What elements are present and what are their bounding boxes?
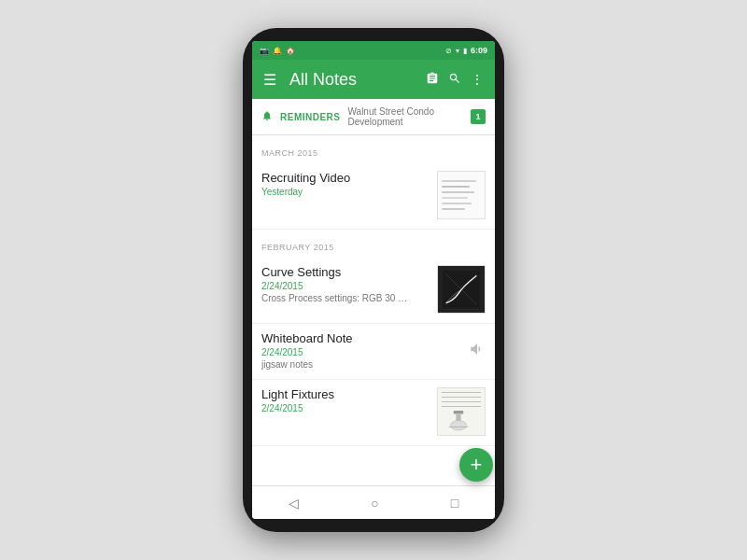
status-icon-notif: 🔔 bbox=[273, 47, 282, 55]
note-date: 2/24/2015 bbox=[261, 347, 461, 357]
section-header-march: MARCH 2015 bbox=[252, 135, 495, 163]
note-title: Curve Settings bbox=[261, 265, 430, 279]
fab-add-button[interactable]: + bbox=[459, 448, 493, 482]
reminder-label: REMINDERS bbox=[280, 112, 341, 122]
nav-bar: ◁ ○ □ bbox=[252, 485, 495, 519]
note-item-curve-settings[interactable]: Curve Settings 2/24/2015 Cross Process s… bbox=[252, 258, 495, 324]
status-icon-home: 🏠 bbox=[286, 47, 295, 55]
new-note-icon[interactable] bbox=[426, 72, 439, 88]
toolbar-title: All Notes bbox=[289, 70, 426, 90]
note-content: Recruiting Video Yesterday bbox=[261, 171, 430, 199]
search-icon[interactable] bbox=[448, 72, 461, 88]
note-thumbnail-curve bbox=[437, 265, 486, 314]
thumb-fixture-line bbox=[442, 401, 481, 402]
reminder-banner[interactable]: REMINDERS Walnut Street Condo Developmen… bbox=[252, 99, 495, 135]
thumb-curve bbox=[438, 266, 485, 313]
phone-screen: 📷 🔔 🏠 ⊘ ▾ ▮ 6:09 ☰ All Notes bbox=[252, 41, 495, 519]
note-thumbnail-fixture bbox=[437, 387, 486, 436]
note-excerpt: jigsaw notes bbox=[261, 359, 411, 370]
reminder-bell-icon bbox=[261, 110, 273, 124]
status-bar-right: ⊘ ▾ ▮ 6:09 bbox=[445, 46, 487, 55]
status-time: 6:09 bbox=[471, 46, 487, 55]
nav-back-icon[interactable]: ◁ bbox=[289, 496, 299, 511]
thumb-line bbox=[442, 191, 474, 193]
thumb-line bbox=[442, 203, 472, 204]
thumb-fixture-line bbox=[442, 397, 481, 398]
thumb-fixture-line bbox=[442, 406, 481, 407]
note-title: Light Fixtures bbox=[261, 387, 430, 401]
note-date: Yesterday bbox=[261, 187, 430, 197]
note-date: 2/24/2015 bbox=[261, 281, 430, 291]
section-header-february: FEBRUARY 2015 bbox=[252, 230, 495, 258]
content-area: REMINDERS Walnut Street Condo Developmen… bbox=[252, 99, 495, 485]
status-icon-signal: ⊘ bbox=[445, 47, 452, 55]
note-date: 2/24/2015 bbox=[261, 403, 430, 413]
reminder-badge: 1 bbox=[471, 109, 486, 124]
thumb-fixture bbox=[438, 388, 485, 435]
note-thumbnail-handwriting bbox=[437, 171, 486, 219]
note-content: Light Fixtures 2/24/2015 bbox=[261, 387, 430, 415]
note-title: Whiteboard Note bbox=[261, 331, 461, 345]
thumb-fixture-line bbox=[442, 392, 481, 393]
thumb-line bbox=[442, 208, 465, 210]
toolbar: ☰ All Notes ⋮ bbox=[252, 60, 495, 99]
status-bar-left: 📷 🔔 🏠 bbox=[260, 47, 295, 55]
menu-icon[interactable]: ☰ bbox=[263, 71, 276, 89]
thumb-line bbox=[442, 180, 476, 182]
svg-point-5 bbox=[450, 420, 467, 430]
audio-icon bbox=[469, 341, 486, 361]
note-item-recruiting-video[interactable]: Recruiting Video Yesterday bbox=[252, 163, 495, 230]
note-excerpt: Cross Process settings: RGB 30 Red: 42 B… bbox=[261, 293, 411, 303]
more-icon[interactable]: ⋮ bbox=[471, 72, 484, 87]
note-title: Recruiting Video bbox=[261, 171, 430, 185]
thumb-line bbox=[442, 197, 468, 199]
note-item-light-fixtures[interactable]: Light Fixtures 2/24/2015 bbox=[252, 380, 495, 446]
reminder-text: Walnut Street Condo Development bbox=[348, 106, 463, 127]
status-icon-camera: 📷 bbox=[260, 47, 269, 55]
thumb-handwriting bbox=[438, 172, 485, 218]
status-icon-wifi: ▾ bbox=[456, 47, 459, 55]
status-bar: 📷 🔔 🏠 ⊘ ▾ ▮ 6:09 bbox=[252, 41, 495, 60]
note-content: Whiteboard Note 2/24/2015 jigsaw notes bbox=[261, 331, 461, 370]
nav-home-icon[interactable]: ○ bbox=[371, 496, 378, 511]
nav-recents-icon[interactable]: □ bbox=[451, 496, 458, 511]
toolbar-actions: ⋮ bbox=[426, 72, 484, 88]
phone-device: 📷 🔔 🏠 ⊘ ▾ ▮ 6:09 ☰ All Notes bbox=[243, 28, 504, 532]
note-item-whiteboard-note[interactable]: Whiteboard Note 2/24/2015 jigsaw notes bbox=[252, 324, 495, 380]
status-icon-battery: ▮ bbox=[463, 47, 467, 55]
note-content: Curve Settings 2/24/2015 Cross Process s… bbox=[261, 265, 430, 303]
svg-rect-3 bbox=[454, 411, 464, 414]
thumb-line bbox=[442, 186, 470, 188]
